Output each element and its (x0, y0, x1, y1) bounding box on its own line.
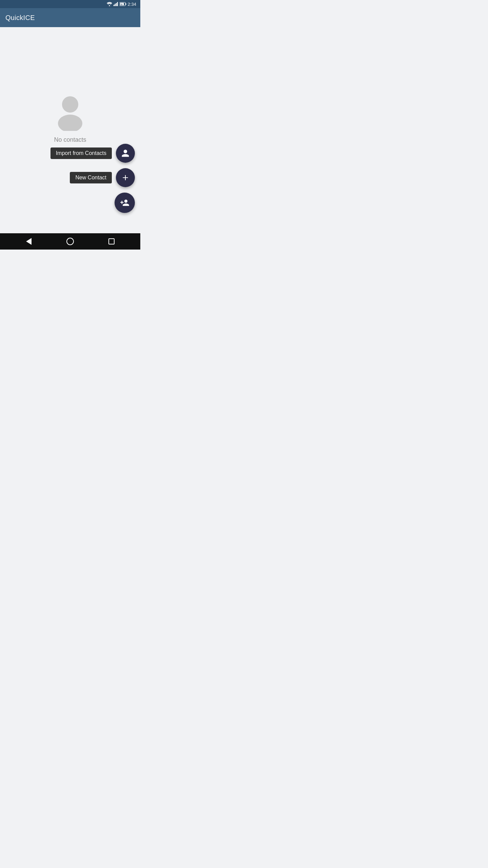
home-icon (66, 238, 74, 245)
main-content: No contacts Import from Contacts New Con… (0, 27, 140, 233)
plus-fab-icon (121, 173, 130, 182)
new-contact-button[interactable] (116, 168, 135, 187)
svg-text:22: 22 (121, 3, 123, 5)
app-title: QuickICE (5, 14, 35, 22)
recents-icon (108, 238, 115, 244)
wifi-icon (107, 2, 112, 6)
person-icon (50, 90, 90, 131)
battery-icon: 22 (120, 2, 126, 6)
empty-state: No contacts (50, 90, 90, 143)
import-contacts-button[interactable] (116, 144, 135, 163)
person-avatar-icon (50, 90, 90, 131)
add-person-fab-icon (120, 198, 129, 208)
new-contact-row: New Contact (70, 168, 135, 187)
import-contacts-label: Import from Contacts (50, 147, 112, 159)
no-contacts-label: No contacts (54, 136, 86, 143)
signal-icon (114, 2, 118, 6)
svg-rect-2 (115, 4, 116, 6)
fab-area: Import from Contacts New Contact (50, 144, 135, 213)
home-button[interactable] (62, 235, 78, 248)
svg-rect-4 (117, 2, 118, 6)
recents-button[interactable] (103, 235, 120, 248)
app-bar: QuickICE (0, 8, 140, 27)
bottom-nav (0, 233, 140, 250)
svg-rect-3 (116, 3, 117, 6)
main-fab-button[interactable] (115, 193, 135, 213)
status-bar: 22 2:34 (0, 0, 140, 8)
main-fab-row (115, 193, 135, 213)
status-icons: 22 2:34 (107, 2, 136, 7)
svg-point-0 (109, 5, 110, 6)
new-contact-label: New Contact (70, 172, 112, 183)
status-time: 2:34 (128, 2, 136, 7)
svg-point-10 (58, 115, 82, 131)
back-icon (26, 238, 32, 245)
svg-rect-6 (125, 3, 126, 5)
back-button[interactable] (21, 235, 37, 248)
import-contacts-row: Import from Contacts (50, 144, 135, 163)
svg-point-9 (62, 96, 78, 113)
svg-rect-1 (114, 5, 115, 6)
person-fab-icon (121, 149, 130, 158)
